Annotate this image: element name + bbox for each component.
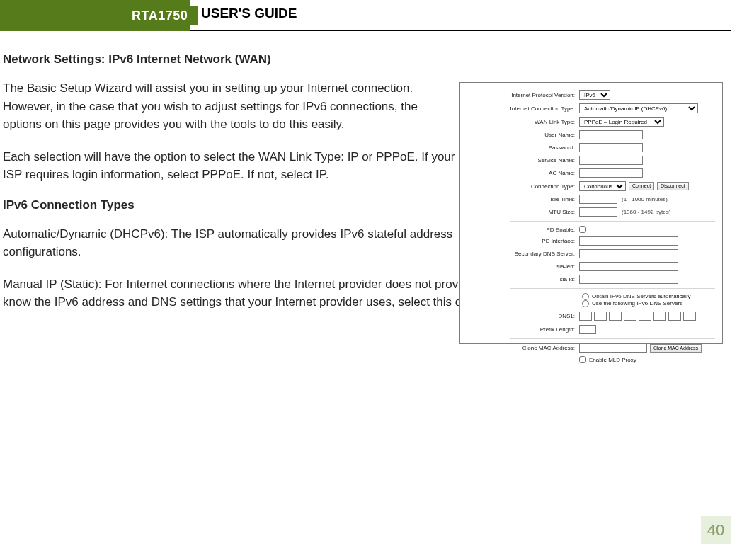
mtu-hint: (1360 - 1492 bytes) [622,209,670,215]
service-name-input[interactable] [579,156,643,165]
dns1-seg-1[interactable] [579,312,592,321]
dns-auto-label: Obtain IPv6 DNS Servers automatically [592,293,691,299]
label-sla-id: sla-id: [460,276,579,282]
dns1-boxes [579,312,698,321]
dns1-seg-7[interactable] [668,312,681,321]
dns1-seg-8[interactable] [683,312,696,321]
separator-2 [510,288,715,289]
separator-1 [510,221,715,222]
mld-proxy-checkbox[interactable] [579,356,586,363]
idle-time-input[interactable] [579,195,617,204]
connection-type2-select[interactable]: Continuous [579,181,626,191]
clone-mac-button[interactable]: Clone MAC Address [650,344,702,353]
dns1-seg-2[interactable] [594,312,607,321]
label-wan-link: WAN Link Type: [460,119,579,125]
label-sla-len: sla-len: [460,263,579,270]
mld-proxy-label: Enable MLD Proxy [589,357,636,363]
label-user-name: User Name: [460,132,579,138]
secondary-dns-input[interactable] [579,249,678,258]
prefix-len-input[interactable] [579,325,596,334]
connect-button[interactable]: Connect [629,182,654,190]
ip-version-select[interactable]: IPv6 [579,90,610,100]
label-idle-time: Idle Time: [460,196,579,202]
conn-type-select[interactable]: Automatic/Dynamic IP (DHCPv6) [579,103,698,113]
section-title: Network Settings: IPv6 Internet Network … [3,52,719,67]
user-name-input[interactable] [579,130,643,139]
pd-interface-input[interactable] [579,236,678,246]
idle-hint: (1 - 1000 minutes) [622,196,668,202]
pd-enable-checkbox[interactable] [579,226,586,233]
guide-title: USER'S GUIDE [201,6,297,21]
dns1-seg-5[interactable] [639,312,651,321]
sla-len-input[interactable] [579,262,678,271]
label-clone-mac: Clone MAC Address: [460,345,579,351]
label-conn-type: Internet Connection Type: [460,105,579,112]
page-number: 40 [701,516,731,544]
wan-link-select[interactable]: PPPoE – Login Required [579,117,664,127]
doc-header: RTA1750 USER'S GUIDE [0,0,731,31]
separator-3 [510,338,715,339]
password-input[interactable] [579,143,643,152]
ac-name-input[interactable] [579,168,643,178]
dns-manual-label: Use the following IPv6 DNS Servers [592,300,682,307]
paragraph-3: Automatic/Dynamic (DHCPv6): The ISP auto… [3,225,456,261]
dns-manual-radio[interactable] [582,300,589,307]
label-pd-interface: PD Interface: [460,238,579,244]
product-badge: RTA1750 [122,6,198,25]
label-connection-type2: Connection Type: [460,183,579,190]
label-service-name: Service Name: [460,157,579,164]
label-mtu: MTU Size: [460,209,579,215]
label-secondary-dns: Secondary DNS Server: [460,251,579,257]
label-ac-name: AC Name: [460,170,579,176]
dns1-seg-6[interactable] [653,312,666,321]
paragraph-2: Each selection will have the option to s… [3,148,456,184]
mtu-input[interactable] [579,207,617,217]
disconnect-button[interactable]: Disconnect [657,182,689,190]
label-pd-enable: PD Enable: [460,227,579,233]
label-password: Password: [460,144,579,151]
dns1-seg-3[interactable] [609,312,622,321]
dns1-seg-4[interactable] [624,312,636,321]
label-prefix-len: Prefix Length: [460,326,579,333]
dns-auto-radio[interactable] [582,293,589,300]
paragraph-1: The Basic Setup Wizard will assist you i… [3,79,456,134]
clone-mac-input[interactable] [579,343,647,353]
settings-form-screenshot: Internet Protocol Version: IPv6 Internet… [459,82,723,344]
label-dns1: DNS1: [460,313,579,319]
label-ip-version: Internet Protocol Version: [460,92,579,98]
sla-id-input[interactable] [579,275,678,284]
